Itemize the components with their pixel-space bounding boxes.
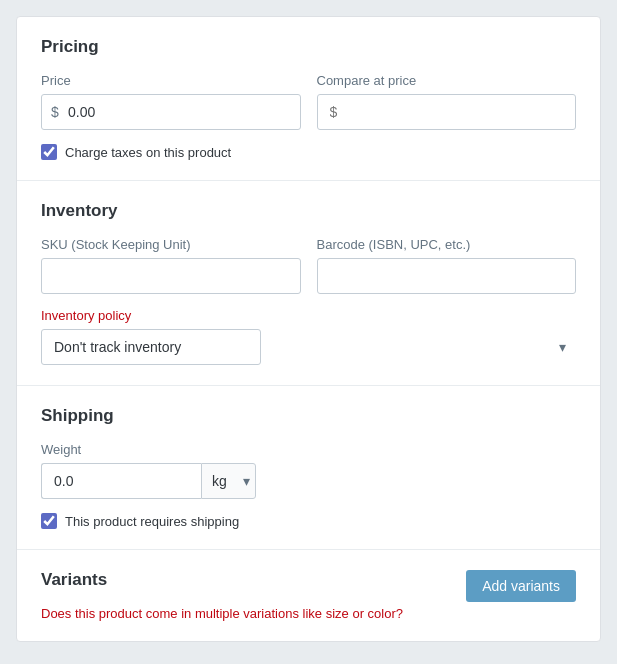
inventory-policy-select[interactable]: Don't track inventory Shopify tracks thi… [41,329,261,365]
variants-title: Variants [41,570,403,590]
price-input-wrapper: $ [41,94,301,130]
charge-taxes-checkbox[interactable] [41,144,57,160]
requires-shipping-row: This product requires shipping [41,513,576,529]
inventory-policy-group: Inventory policy Don't track inventory S… [41,308,576,365]
requires-shipping-checkbox[interactable] [41,513,57,529]
price-group: Price $ [41,73,301,130]
compare-price-group: Compare at price [317,73,577,130]
inventory-policy-chevron-icon: ▾ [559,339,566,355]
inventory-policy-label: Inventory policy [41,308,576,323]
compare-price-label: Compare at price [317,73,577,88]
weight-label: Weight [41,442,576,457]
compare-price-input-wrapper [317,94,577,130]
inventory-policy-select-wrapper: Don't track inventory Shopify tracks thi… [41,329,576,365]
sku-group: SKU (Stock Keeping Unit) [41,237,301,294]
requires-shipping-label[interactable]: This product requires shipping [65,514,239,529]
barcode-group: Barcode (ISBN, UPC, etc.) [317,237,577,294]
weight-unit-select[interactable]: kg lb oz g [201,463,256,499]
compare-price-input[interactable] [317,94,577,130]
product-form-card: Pricing Price $ Compare at price Charge … [16,16,601,642]
sku-input[interactable] [41,258,301,294]
pricing-section: Pricing Price $ Compare at price Charge … [17,17,600,181]
weight-unit-wrapper: kg lb oz g ▾ [201,463,256,499]
barcode-label: Barcode (ISBN, UPC, etc.) [317,237,577,252]
sku-label: SKU (Stock Keeping Unit) [41,237,301,252]
variants-subtitle: Does this product come in multiple varia… [41,606,403,621]
pricing-fields-row: Price $ Compare at price [41,73,576,130]
weight-input-row: kg lb oz g ▾ [41,463,576,499]
inventory-section: Inventory SKU (Stock Keeping Unit) Barco… [17,181,600,386]
shipping-title: Shipping [41,406,576,426]
add-variants-button[interactable]: Add variants [466,570,576,602]
shipping-section: Shipping Weight kg lb oz g ▾ This produc… [17,386,600,550]
price-prefix-icon: $ [51,104,59,120]
charge-taxes-label[interactable]: Charge taxes on this product [65,145,231,160]
price-input[interactable] [41,94,301,130]
weight-input[interactable] [41,463,201,499]
pricing-title: Pricing [41,37,576,57]
inventory-fields-row: SKU (Stock Keeping Unit) Barcode (ISBN, … [41,237,576,294]
price-label: Price [41,73,301,88]
barcode-input[interactable] [317,258,577,294]
variants-section: Variants Does this product come in multi… [17,550,600,641]
variants-left: Variants Does this product come in multi… [41,570,403,621]
charge-taxes-row: Charge taxes on this product [41,144,576,160]
inventory-title: Inventory [41,201,576,221]
weight-group: Weight kg lb oz g ▾ [41,442,576,499]
